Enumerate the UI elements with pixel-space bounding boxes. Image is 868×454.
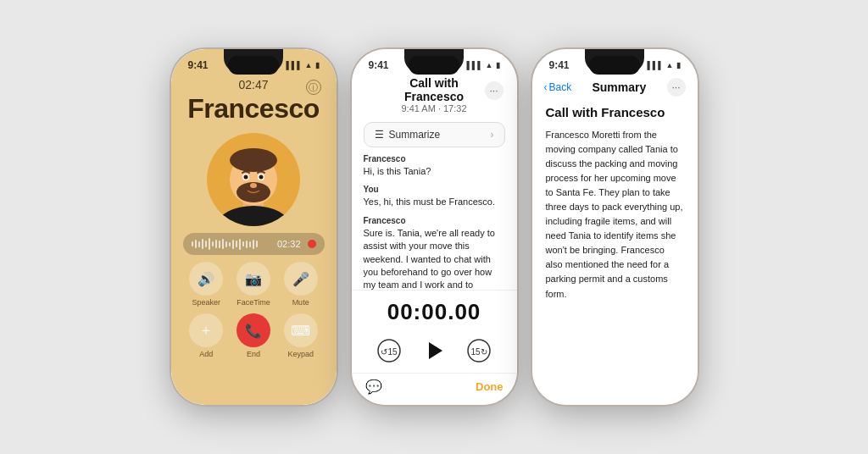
phone2-screen: 9:41 ▌▌▌ ▲ ▮ Call with Francesco 9:41 AM… bbox=[352, 49, 517, 405]
summary-body: Call with Francesco Francesco Moretti fr… bbox=[532, 102, 698, 305]
end-label: End bbox=[247, 350, 260, 358]
phone1-screen: 9:41 ▌▌▌ ▲ ▮ 02:47 ⓘ Francesco bbox=[171, 49, 337, 405]
mute-icon: 🎤 bbox=[284, 262, 318, 296]
transcript-block-2: You Yes, hi, this must be Francesco. bbox=[364, 185, 505, 208]
play-button[interactable] bbox=[419, 335, 449, 366]
controls-row-2: ＋ Add 📞 End ⌨ Keypad bbox=[183, 313, 325, 358]
waveform bbox=[192, 238, 270, 250]
avatar-memoji bbox=[207, 133, 300, 226]
signal-icon-3: ▌▌▌ bbox=[647, 61, 663, 69]
summarize-left: ☰ Summarize bbox=[375, 129, 441, 141]
status-icons-3: ▌▌▌ ▲ ▮ bbox=[647, 61, 680, 69]
svg-text:↺15: ↺15 bbox=[381, 347, 398, 357]
summarize-label: Summarize bbox=[389, 129, 441, 141]
transcript-block-1: Francesco Hi, is this Tania? bbox=[364, 154, 505, 178]
summary-call-title: Call with Francesco bbox=[546, 105, 684, 119]
notes-icon[interactable]: 💬 bbox=[365, 379, 382, 395]
back-label: Back bbox=[549, 81, 572, 93]
rewind-icon: ↺15 bbox=[377, 339, 401, 363]
add-button[interactable]: ＋ Add bbox=[189, 313, 223, 358]
fast-forward-button[interactable]: 15↻ bbox=[466, 338, 492, 363]
speaker-button[interactable]: 🔊 Speaker bbox=[189, 262, 223, 307]
svg-point-7 bbox=[244, 175, 248, 180]
phone-summary-screen: 9:41 ▌▌▌ ▲ ▮ ‹ Back Summary ··· Call wit… bbox=[532, 49, 698, 405]
speaker-text-2: Yes, hi, this must be Francesco. bbox=[364, 196, 505, 208]
battery-icon: ▮ bbox=[315, 61, 320, 69]
transcript-menu-icon[interactable]: ··· bbox=[485, 81, 504, 100]
more-options-icon[interactable]: ··· bbox=[667, 78, 686, 97]
svg-point-4 bbox=[230, 148, 277, 172]
rec-time: 02:32 bbox=[277, 239, 301, 249]
speaker-name-1: Francesco bbox=[364, 154, 505, 163]
playback-controls: ↺15 15↻ bbox=[352, 330, 517, 371]
dynamic-island-2 bbox=[409, 56, 459, 75]
speaker-icon: 🔊 bbox=[189, 262, 223, 296]
wifi-icon: ▲ bbox=[305, 61, 313, 69]
info-icon[interactable]: ⓘ bbox=[306, 80, 321, 95]
transcript-footer: 💬 Done bbox=[352, 373, 517, 400]
phone-call-screen: 9:41 ▌▌▌ ▲ ▮ 02:47 ⓘ Francesco bbox=[171, 49, 337, 405]
wifi-icon-3: ▲ bbox=[666, 61, 674, 69]
transcript-body: Francesco Hi, is this Tania? You Yes, hi… bbox=[352, 154, 517, 290]
summarize-icon: ☰ bbox=[375, 129, 384, 141]
play-icon bbox=[420, 337, 448, 364]
back-button[interactable]: ‹ Back bbox=[544, 81, 572, 93]
facetime-label: FaceTime bbox=[236, 298, 270, 307]
keypad-button[interactable]: ⌨ Keypad bbox=[284, 313, 318, 358]
phone3-screen: 9:41 ▌▌▌ ▲ ▮ ‹ Back Summary ··· Call wit… bbox=[532, 49, 698, 405]
keypad-label: Keypad bbox=[287, 350, 314, 358]
status-time-2: 9:41 bbox=[369, 59, 389, 71]
speaker-name-2: You bbox=[364, 185, 505, 194]
svg-point-9 bbox=[259, 175, 264, 180]
summary-nav: ‹ Back Summary ··· bbox=[532, 75, 698, 102]
status-time-1: 9:41 bbox=[188, 59, 209, 71]
transcript-title: Call with Francesco bbox=[386, 76, 483, 103]
phones-container: 9:41 ▌▌▌ ▲ ▮ 02:47 ⓘ Francesco bbox=[154, 32, 715, 422]
status-icons-2: ▌▌▌ ▲ ▮ bbox=[466, 61, 499, 69]
memoji-svg bbox=[207, 133, 300, 226]
dynamic-island bbox=[228, 56, 279, 75]
transcript-subtitle: 9:41 AM · 17:32 bbox=[386, 103, 483, 114]
timer-display: 00:00.00 bbox=[352, 299, 517, 325]
caller-name: Francesco bbox=[171, 93, 337, 125]
svg-text:15↻: 15↻ bbox=[470, 347, 487, 357]
add-icon: ＋ bbox=[189, 313, 223, 347]
battery-icon-2: ▮ bbox=[496, 61, 500, 69]
status-time-3: 9:41 bbox=[549, 59, 570, 71]
mute-button[interactable]: 🎤 Mute bbox=[284, 262, 318, 307]
add-label: Add bbox=[199, 350, 213, 358]
end-call-icon: 📞 bbox=[236, 313, 270, 347]
summary-page-title: Summary bbox=[592, 80, 646, 94]
summary-text: Francesco Moretti from the moving compan… bbox=[546, 128, 684, 302]
summarize-chevron: › bbox=[491, 129, 494, 141]
speaker-text-3: Sure is. Tania, we're all ready to assis… bbox=[364, 227, 505, 290]
dynamic-island-3 bbox=[589, 56, 640, 75]
wifi-icon-2: ▲ bbox=[486, 61, 493, 69]
speaker-text-1: Hi, is this Tania? bbox=[364, 165, 505, 178]
facetime-icon: 📷 bbox=[236, 262, 270, 296]
speaker-name-3: Francesco bbox=[364, 216, 505, 225]
mute-label: Mute bbox=[292, 298, 309, 307]
svg-point-10 bbox=[250, 183, 257, 188]
facetime-button[interactable]: 📷 FaceTime bbox=[236, 262, 270, 307]
call-controls: 🔊 Speaker 📷 FaceTime 🎤 Mute ＋ bbox=[171, 262, 337, 358]
speaker-label: Speaker bbox=[192, 298, 221, 307]
controls-row-1: 🔊 Speaker 📷 FaceTime 🎤 Mute bbox=[183, 262, 325, 307]
back-chevron-icon: ‹ bbox=[544, 81, 548, 93]
fast-forward-icon: 15↻ bbox=[467, 339, 491, 363]
status-icons-1: ▌▌▌ ▲ ▮ bbox=[286, 61, 319, 69]
done-button[interactable]: Done bbox=[476, 380, 504, 393]
avatar-container bbox=[171, 133, 337, 226]
signal-icon-2: ▌▌▌ bbox=[466, 61, 482, 69]
timer-section: 00:00.00 bbox=[352, 290, 517, 330]
rewind-button[interactable]: ↺15 bbox=[376, 338, 402, 363]
phone-transcript-screen: 9:41 ▌▌▌ ▲ ▮ Call with Francesco 9:41 AM… bbox=[352, 49, 517, 405]
svg-marker-13 bbox=[429, 342, 442, 359]
summarize-button[interactable]: ☰ Summarize › bbox=[364, 122, 505, 147]
keypad-icon: ⌨ bbox=[284, 313, 318, 347]
transcript-block-3: Francesco Sure is. Tania, we're all read… bbox=[364, 216, 505, 290]
battery-icon-3: ▮ bbox=[676, 61, 681, 69]
end-call-button[interactable]: 📞 End bbox=[236, 313, 270, 358]
signal-icon: ▌▌▌ bbox=[286, 61, 302, 69]
rec-dot bbox=[308, 240, 316, 248]
